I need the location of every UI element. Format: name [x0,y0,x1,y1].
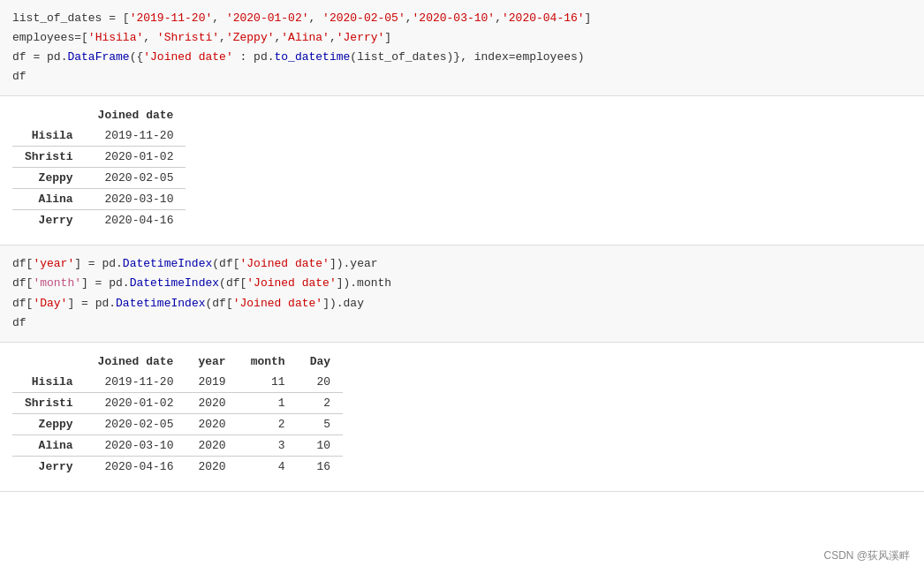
table-header: Day [298,351,343,372]
table-cell: Alina [12,434,86,456]
code-span: , [212,11,226,25]
code-span: list_of_dates [12,11,102,25]
code-span: = [27,50,47,64]
table-cell: Hisila [12,372,86,393]
table-cell: Zeppy [12,168,86,189]
table-cell: 2019 [186,372,238,393]
table-cell: 2020 [186,413,238,434]
code-span: = [ [102,11,129,25]
code-span: df[ [12,297,33,310]
code-span: '2020-02-05' [322,11,405,25]
code-span: , [405,11,413,25]
code-span: 'Day' [33,297,67,310]
table-cell: 2019-11-20 [86,372,186,393]
code-span: employees [12,31,74,44]
table-row: Hisila2019-11-2020191120 [12,372,343,393]
code-span: ]).day [322,297,364,310]
code-span: (df[ [219,276,246,290]
table-cell: Zeppy [12,413,86,434]
code-span: pd [109,276,123,290]
code-span: , [309,11,323,25]
table-header [12,105,86,125]
table-cell: 2020-04-16 [86,210,186,231]
code-span: =[ [74,31,88,44]
table-cell: 5 [298,413,343,434]
code-span: 'Joined date' [233,297,322,310]
code-span: . [116,257,123,270]
code-span: df [12,50,27,64]
code-span: '2020-03-10' [413,11,496,25]
code-span: ] [585,11,592,25]
code-span: (df[ [212,257,239,270]
table-cell: 2020-03-10 [86,189,186,210]
table-cell: 20 [298,372,343,393]
table-cell: 2020 [186,456,238,477]
code-block-2: df['year'] = pd.DatetimeIndex(df['Joined… [0,245,924,342]
table-cell: 2019-11-20 [86,125,186,147]
code-span: df[ [12,257,33,270]
table-cell: 4 [239,456,298,477]
code-span: 'Joined date' [240,257,329,270]
table-header: Joined date [86,351,186,372]
code-span: ] = [67,297,95,310]
code-block-1: list_of_dates = ['2019-11-20', '2020-01-… [0,0,924,96]
code-span: df [12,70,27,83]
table-cell: Jerry [12,210,86,231]
code-span: 'Shristi' [157,31,219,44]
code-span: . [109,297,116,310]
code-span: df[ [12,276,33,290]
table-cell: 2 [298,392,343,413]
code-span: 'Zeppy' [226,31,275,44]
code-span: DatetimeIndex [130,276,219,290]
table-cell: Hisila [12,125,86,147]
code-span: 'year' [33,257,74,270]
table-row: Jerry2020-04-16 [12,210,186,231]
table-header: Joined date [86,105,186,125]
code-span: to_datetime [275,50,351,64]
dataframe-table-2: Joined dateyearmonthDayHisila2019-11-202… [12,351,343,477]
table-cell: 2020-04-16 [86,456,186,477]
table-cell: 2020 [186,434,238,456]
code-span: (df[ [205,297,232,310]
table-cell: 10 [298,434,343,456]
code-span: pd [254,50,268,64]
table-section-2: Joined dateyearmonthDayHisila2019-11-202… [0,343,924,492]
code-span: , [495,11,502,25]
table-row: Zeppy2020-02-05202025 [12,413,343,434]
table-cell: 2020-01-02 [86,392,186,413]
table-cell: 16 [298,456,343,477]
code-span: df [12,316,27,329]
table-cell: 2 [239,413,298,434]
table-cell: 1 [239,392,298,413]
table-section-1: Joined dateHisila2019-11-20Shristi2020-0… [0,96,924,245]
table-cell: 2020-01-02 [86,147,186,168]
code-span: 'Alina' [281,31,329,44]
table-header: year [186,351,238,372]
table-cell: 2020 [186,392,238,413]
table-row: Alina2020-03-102020310 [12,434,343,456]
code-span: ] = [74,257,102,270]
code-span: ({ [130,50,144,64]
code-span: pd [47,50,61,64]
table-row: Shristi2020-01-02202012 [12,392,343,413]
table-cell: 3 [239,434,298,456]
table-cell: 11 [239,372,298,393]
table-cell: Alina [12,189,86,210]
table-row: Shristi2020-01-02 [12,147,186,168]
code-span: ]).month [337,276,391,290]
table-cell: Jerry [12,456,86,477]
code-span: DatetimeIndex [123,257,212,270]
table-cell: 2020-02-05 [86,413,186,434]
code-span: 'Hisila' [88,31,143,44]
code-span: '2020-01-02' [226,11,309,25]
code-span: (list_of_dates)}, index=employees) [350,50,584,64]
table-cell: Shristi [12,392,86,413]
code-span: ]).year [329,257,378,270]
code-span: DatetimeIndex [116,297,205,310]
code-span: DataFrame [67,50,129,64]
code-span: . [268,50,275,64]
code-span: 'Joined date' [246,276,336,290]
code-span: ] [384,31,391,44]
code-span: , [219,31,226,44]
table-cell: 2020-03-10 [86,434,186,456]
